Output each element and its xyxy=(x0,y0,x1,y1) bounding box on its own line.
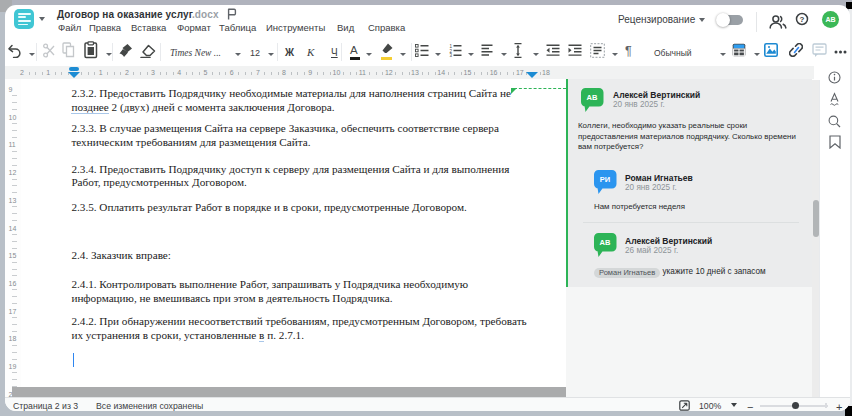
svg-text:3: 3 xyxy=(449,53,452,57)
svg-text:?: ? xyxy=(800,15,805,24)
